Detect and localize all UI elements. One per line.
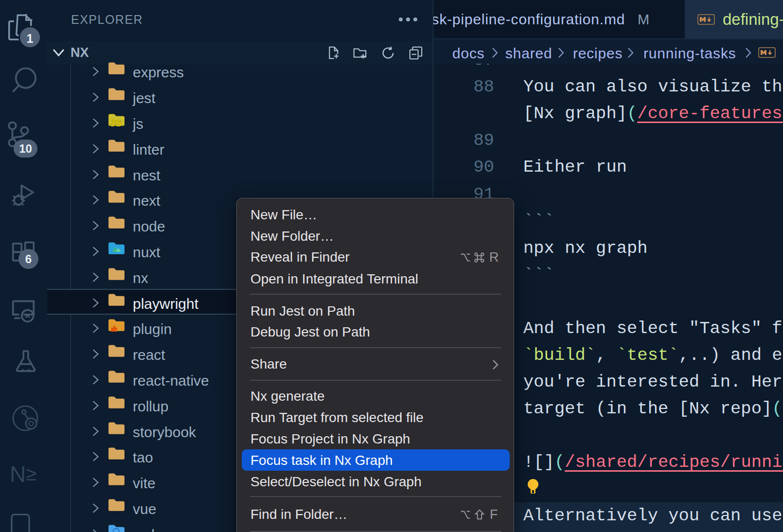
svg-text:JS: JS (110, 118, 121, 126)
